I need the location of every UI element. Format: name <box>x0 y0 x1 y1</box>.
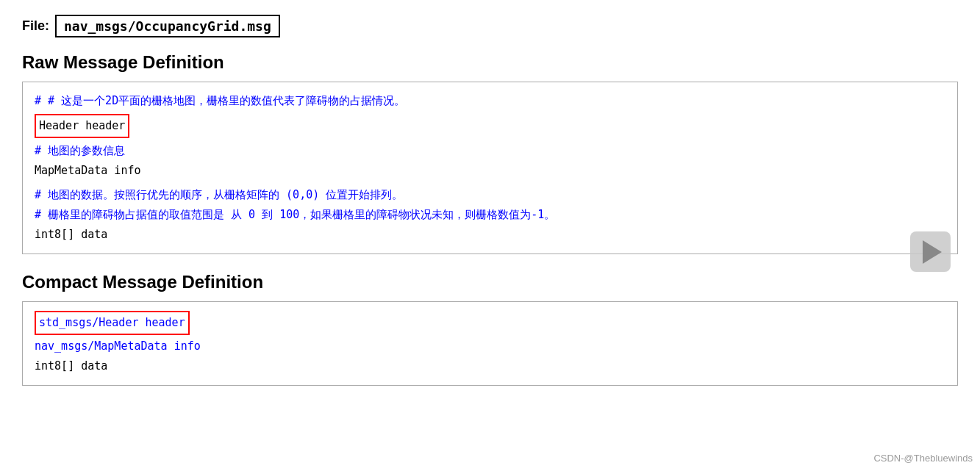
play-icon <box>923 240 942 264</box>
raw-data-field: int8[] data <box>35 228 107 241</box>
compact-section: Compact Message Definition std_msgs/Head… <box>22 272 958 386</box>
compact-code-box: std_msgs/Header header nav_msgs/MapMetaD… <box>22 301 958 386</box>
raw-data-comment2: # 栅格里的障碍物占据值的取值范围是 从 0 到 100，如果栅格里的障碍物状况… <box>35 208 555 221</box>
raw-comment-1-text: # 这是一个2D平面的栅格地图，栅格里的数值代表了障碍物的占据情况。 <box>48 94 405 107</box>
file-line: File: nav_msgs/OccupancyGrid.msg <box>22 15 958 37</box>
compact-header-highlight: std_msgs/Header header <box>35 311 190 335</box>
compact-header-line: std_msgs/Header header <box>35 311 945 335</box>
raw-data-comment1: # 地图的数据。按照行优先的顺序，从栅格矩阵的 (0,0) 位置开始排列。 <box>35 188 403 201</box>
raw-code-box: # # 这是一个2D平面的栅格地图，栅格里的数值代表了障碍物的占据情况。 Hea… <box>22 82 958 254</box>
raw-data-comment2-line: # 栅格里的障碍物占据值的取值范围是 从 0 到 100，如果栅格里的障碍物状况… <box>35 205 945 225</box>
raw-map-info-comment: # 地图的参数信息 <box>35 144 125 157</box>
compact-map-field-line: nav_msgs/MapMetaData info <box>35 337 945 356</box>
play-button[interactable] <box>910 231 951 272</box>
watermark: CSDN-@Thebluewinds <box>873 453 973 464</box>
raw-comment-1-prefix: # <box>35 94 41 107</box>
compact-data-field-line: int8[] data <box>35 356 945 376</box>
raw-data-comment1-line: # 地图的数据。按照行优先的顺序，从栅格矩阵的 (0,0) 位置开始排列。 <box>35 185 945 205</box>
raw-header-highlight: Header header <box>35 114 129 138</box>
raw-data-field-line: int8[] data <box>35 225 945 245</box>
raw-header-line: Header header <box>35 114 945 138</box>
raw-comment-line1: # # 这是一个2D平面的栅格地图，栅格里的数值代表了障碍物的占据情况。 <box>35 91 945 111</box>
compact-data-field: int8[] data <box>35 359 107 373</box>
file-name-box: nav_msgs/OccupancyGrid.msg <box>55 15 280 37</box>
compact-section-title: Compact Message Definition <box>22 272 958 292</box>
compact-map-field: nav_msgs/MapMetaData info <box>35 339 201 353</box>
file-label: File: <box>22 18 49 34</box>
raw-map-info-field-line: MapMetaData info <box>35 161 945 181</box>
raw-map-info-comment-line: # 地图的参数信息 <box>35 141 945 161</box>
raw-section: Raw Message Definition # # 这是一个2D平面的栅格地图… <box>22 52 958 254</box>
raw-map-info-field: MapMetaData info <box>35 164 141 177</box>
raw-section-title: Raw Message Definition <box>22 52 958 73</box>
